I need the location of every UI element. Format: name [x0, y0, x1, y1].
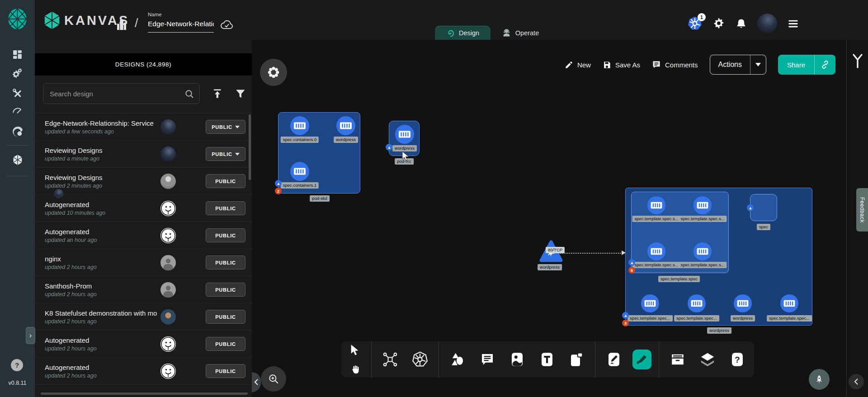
node-label-chip: wordpress — [334, 137, 358, 143]
layers-tool[interactable] — [696, 348, 719, 371]
container-node[interactable] — [641, 294, 660, 313]
pen-tool[interactable] — [603, 348, 625, 371]
k8s-status-badge[interactable] — [275, 180, 282, 187]
design-canvas[interactable]: New Save As Comments Actions Share — [252, 40, 846, 397]
shapes-tool[interactable] — [446, 348, 469, 371]
nav-configuration-icon[interactable] — [11, 87, 24, 99]
error-count-badge[interactable]: 5 — [628, 267, 635, 274]
visibility-badge[interactable]: PUBLIC — [206, 283, 245, 297]
visibility-badge[interactable]: PUBLIC — [206, 120, 245, 134]
designs-horizontal-scrollbar[interactable] — [41, 392, 248, 395]
kubernetes-components-tool[interactable] — [409, 348, 431, 371]
media-tool[interactable] — [506, 348, 528, 371]
design-row[interactable]: Santhosh-Prom updated 2 hours ago PUBLIC — [35, 276, 252, 303]
error-count-badge[interactable]: 2 — [275, 188, 282, 194]
nav-kanvas-icon[interactable] — [11, 154, 24, 166]
comment-tool[interactable] — [476, 348, 499, 371]
visibility-badge[interactable]: PUBLIC — [206, 228, 245, 242]
search-icon[interactable] — [184, 89, 195, 99]
actions-dropdown-button[interactable] — [750, 55, 766, 74]
visibility-badge[interactable]: PUBLIC — [206, 174, 245, 188]
container-node[interactable] — [336, 116, 356, 136]
design-row[interactable]: Edge-Network-Relationship: Service updat… — [35, 113, 252, 141]
text-tool[interactable] — [536, 348, 558, 371]
notifications-bell-icon[interactable] — [735, 18, 747, 30]
sidebar-expand-button[interactable]: › — [26, 327, 35, 344]
container-node[interactable] — [687, 294, 706, 313]
visibility-badge[interactable]: PUBLIC — [206, 147, 245, 161]
feedback-tab[interactable]: Feedback — [856, 188, 868, 232]
design-row[interactable]: Autogenerated updated 2 hours ago PUBLIC — [35, 358, 252, 385]
panel-collapse-chevron[interactable] — [252, 372, 261, 392]
visibility-badge[interactable]: PUBLIC — [206, 201, 245, 215]
deploy-rocket-button[interactable] — [809, 369, 830, 390]
pod-template-node[interactable]: spec.template.spec.s... spec.template.sp… — [631, 192, 729, 273]
save-as-button[interactable]: Save As — [603, 61, 640, 69]
nav-lifecycle-icon[interactable] — [11, 68, 24, 80]
nav-dashboard-icon[interactable] — [11, 48, 24, 61]
help-tool[interactable]: ? — [726, 348, 749, 371]
error-count-badge[interactable]: 3 — [622, 320, 629, 326]
container-node[interactable] — [693, 196, 712, 215]
version-fork-icon[interactable] — [851, 53, 864, 69]
name-field-value[interactable]: Edge-Network-Relatio — [148, 20, 214, 33]
copy-link-button[interactable] — [815, 55, 835, 75]
settings-gear-icon[interactable] — [712, 17, 725, 30]
nav-extensions-icon[interactable] — [11, 125, 24, 137]
select-cursor-tool-icon[interactable] — [349, 344, 361, 357]
design-row[interactable]: Reviewing Designs updated a minute ago P… — [35, 141, 252, 168]
container-node[interactable] — [395, 124, 415, 144]
import-design-icon[interactable] — [212, 88, 223, 99]
design-row[interactable]: K8 Statefulset demonstration with mo upd… — [35, 303, 252, 331]
container-node[interactable] — [647, 242, 666, 261]
kubernetes-context-button[interactable]: 1 — [687, 16, 703, 31]
container-node[interactable] — [647, 196, 666, 215]
k8s-status-badge[interactable] — [622, 312, 629, 319]
shape-node-tool[interactable] — [566, 348, 588, 371]
pod-skd-node[interactable]: spec.containers.0 wordpress spec.contain… — [278, 112, 360, 194]
container-node[interactable] — [733, 294, 752, 313]
rail-collapse-chevron[interactable] — [849, 374, 864, 389]
design-row[interactable]: Autogenerated updated an hour ago PUBLIC — [35, 222, 252, 249]
drawer-tool[interactable] — [666, 348, 689, 371]
zoom-button[interactable] — [261, 366, 286, 392]
visibility-badge[interactable]: PUBLIC — [206, 337, 245, 351]
search-input[interactable] — [43, 84, 199, 104]
user-avatar[interactable] — [757, 14, 777, 33]
component-shapes-tool[interactable] — [379, 348, 401, 371]
filter-icon[interactable] — [235, 88, 246, 99]
visibility-badge[interactable]: PUBLIC — [206, 255, 245, 269]
k8s-status-badge[interactable] — [747, 204, 754, 211]
design-row[interactable]: Autogenerated updated 2 hours ago PUBLIC — [35, 331, 252, 358]
design-row[interactable]: Autogenerated updated 10 minutes ago PUB… — [35, 195, 252, 222]
container-node[interactable] — [693, 242, 712, 261]
hamburger-menu-icon[interactable] — [787, 18, 799, 30]
doodle-tool-active[interactable] — [632, 350, 651, 369]
container-node[interactable] — [290, 161, 310, 181]
search-box[interactable] — [43, 83, 200, 104]
spec-node[interactable] — [750, 194, 777, 221]
design-name-field[interactable]: Name Edge-Network-Relatio — [148, 12, 214, 33]
share-button[interactable]: Share — [778, 55, 814, 75]
visibility-badge[interactable]: PUBLIC — [206, 364, 245, 378]
design-row[interactable]: Reviewing Designs updated 2 minutes ago … — [35, 168, 252, 195]
organization-icon[interactable] — [115, 18, 128, 32]
nav-performance-icon[interactable] — [11, 104, 24, 117]
canvas-menu-flower-icon[interactable] — [260, 59, 287, 86]
k8s-status-badge[interactable] — [386, 144, 392, 151]
deployment-wordpress-node[interactable]: spec.template.spec.s... spec.template.sp… — [625, 188, 812, 326]
pan-hand-tool-icon[interactable] — [350, 364, 360, 375]
comments-button[interactable]: Comments — [652, 60, 698, 69]
visibility-badge[interactable]: PUBLIC — [206, 310, 245, 324]
tab-operate[interactable]: Operate — [491, 26, 550, 40]
designs-vertical-scrollbar[interactable] — [249, 114, 251, 180]
design-row[interactable]: nginx updated 2 hours ago PUBLIC — [35, 249, 252, 276]
new-button[interactable]: New — [565, 61, 591, 69]
container-node[interactable] — [780, 294, 799, 313]
meshery-logo-icon[interactable] — [7, 8, 28, 30]
tab-design[interactable]: Design — [435, 26, 491, 40]
actions-button[interactable]: Actions — [710, 55, 750, 74]
k8s-status-badge[interactable] — [628, 259, 635, 266]
container-node[interactable] — [290, 116, 310, 136]
help-button[interactable]: ? — [11, 359, 23, 371]
